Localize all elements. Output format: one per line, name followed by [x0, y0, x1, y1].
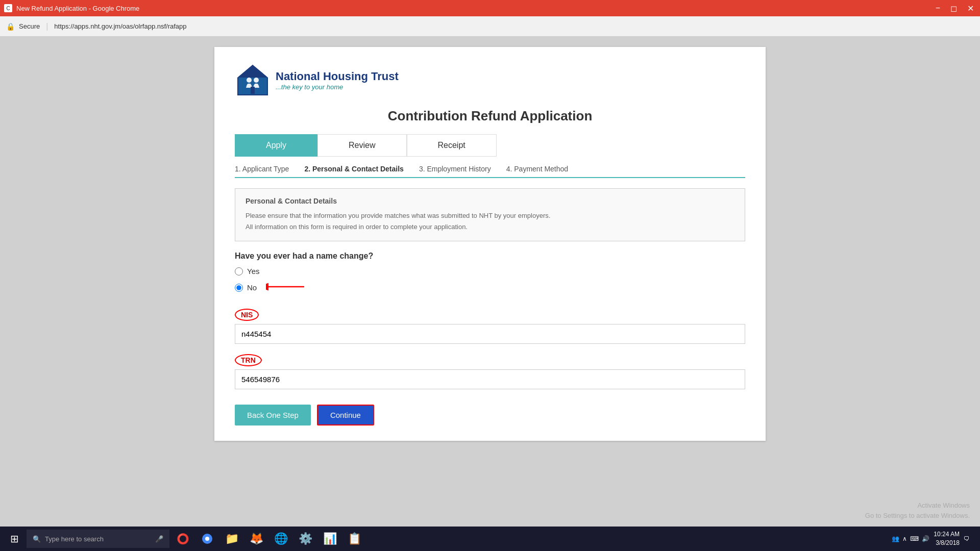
window-controls[interactable]: − ◻ ✕: [934, 4, 976, 13]
section-divider: [235, 177, 745, 178]
search-placeholder: Type here to search: [45, 535, 104, 543]
nis-circle-label: NIS: [235, 309, 259, 321]
logo-title: National Housing Trust: [276, 70, 399, 83]
steps-container: 1. Applicant Type 2. Personal & Contact …: [235, 165, 745, 173]
trn-circle-label: TRN: [235, 354, 262, 366]
svg-point-8: [247, 78, 252, 83]
date-display: 3/8/2018: [934, 539, 960, 547]
step-4[interactable]: 4. Payment Method: [506, 165, 568, 173]
taskbar-search-bar[interactable]: 🔍 Type here to search 🎤: [27, 530, 169, 548]
section-info-line2: All information on this form is required…: [246, 221, 734, 233]
activate-windows-text: Activate Windows Go to Settings to activ…: [865, 500, 970, 520]
taskbar-icons: 👥 ∧ ⌨ 🔊: [892, 535, 929, 542]
title-bar: C New Refund Application - Google Chrome…: [0, 0, 980, 16]
lock-icon: 🔒: [6, 22, 15, 31]
activate-line2: Go to Settings to activate Windows.: [865, 511, 970, 521]
tab-review[interactable]: Review: [317, 134, 406, 157]
close-button[interactable]: ✕: [965, 4, 976, 13]
taskbar-app-excel[interactable]: 📊: [318, 528, 341, 550]
section-title: Personal & Contact Details: [246, 197, 734, 205]
secure-label: Secure: [19, 22, 40, 30]
radio-no[interactable]: [235, 284, 243, 292]
taskbar-app-explorer[interactable]: 📁: [220, 528, 243, 550]
logo-subtitle: ...the key to your home: [276, 83, 399, 91]
browser-content: National Housing Trust ...the key to you…: [0, 37, 980, 527]
search-icon: 🔍: [33, 535, 41, 543]
taskbar: ⊞ 🔍 Type here to search 🎤 ⭕ 📁 🦊 🌐 ⚙️ 📊 📋…: [0, 527, 980, 551]
tab-receipt[interactable]: Receipt: [407, 134, 497, 157]
tabs-container: Apply Review Receipt: [235, 134, 745, 157]
radio-yes[interactable]: [235, 267, 243, 276]
nis-label-wrapper: NIS: [235, 304, 745, 324]
url-display[interactable]: https://apps.nht.gov.jm/oas/olrfapp.nsf/…: [54, 22, 186, 30]
address-bar: 🔒 Secure | https://apps.nht.gov.jm/oas/o…: [0, 16, 980, 37]
people-icon: 👥: [892, 535, 899, 542]
browser-icon: C: [4, 4, 12, 12]
taskbar-app-firefox[interactable]: 🦊: [245, 528, 267, 550]
name-change-radio-group: Yes No: [235, 267, 745, 295]
speaker-icon: 🔊: [922, 535, 929, 542]
restore-button[interactable]: ◻: [948, 4, 959, 13]
taskbar-app-extra[interactable]: 📋: [343, 528, 365, 550]
arrow-annotation: [266, 280, 307, 295]
window-title: New Refund Application - Google Chrome: [16, 5, 139, 12]
radio-yes-row: Yes: [235, 267, 745, 276]
nis-input[interactable]: [235, 324, 745, 344]
taskbar-app-chrome[interactable]: [196, 528, 218, 550]
button-row: Back One Step Continue: [235, 405, 745, 425]
svg-rect-10: [251, 87, 255, 94]
back-button[interactable]: Back One Step: [235, 405, 311, 425]
chevron-icon[interactable]: ∧: [902, 535, 907, 542]
logo-text: National Housing Trust ...the key to you…: [276, 70, 399, 91]
logo-area: National Housing Trust ...the key to you…: [235, 62, 745, 98]
keyboard-icon: ⌨: [910, 535, 919, 542]
svg-point-14: [205, 537, 209, 541]
mic-icon: 🎤: [155, 535, 163, 543]
tab-apply[interactable]: Apply: [235, 134, 317, 157]
start-button[interactable]: ⊞: [4, 529, 24, 549]
notification-icon[interactable]: 🗨: [964, 535, 970, 542]
svg-point-9: [254, 78, 259, 83]
main-card: National Housing Trust ...the key to you…: [214, 47, 766, 441]
time-display: 10:24 AM: [934, 530, 960, 539]
radio-no-label: No: [247, 283, 257, 292]
taskbar-time: 10:24 AM 3/8/2018: [934, 530, 960, 547]
nht-logo-icon: [235, 62, 271, 98]
trn-input[interactable]: [235, 369, 745, 389]
trn-label-wrapper: TRN: [235, 349, 745, 369]
activate-line1: Activate Windows: [865, 500, 970, 511]
svg-marker-7: [238, 66, 267, 78]
minimize-button[interactable]: −: [934, 4, 942, 13]
address-separator: |: [46, 22, 48, 31]
taskbar-app-ie[interactable]: 🌐: [270, 528, 292, 550]
section-box: Personal & Contact Details Please ensure…: [235, 188, 745, 241]
taskbar-app-settings[interactable]: ⚙️: [294, 528, 316, 550]
taskbar-app-cortana[interactable]: ⭕: [172, 528, 194, 550]
step-1[interactable]: 1. Applicant Type: [235, 165, 289, 173]
radio-no-row: No: [235, 280, 745, 295]
continue-button[interactable]: Continue: [317, 405, 374, 425]
name-change-question: Have you ever had a name change?: [235, 252, 745, 261]
page-title: Contribution Refund Application: [235, 108, 745, 124]
step-3[interactable]: 3. Employment History: [419, 165, 491, 173]
radio-yes-label: Yes: [247, 267, 259, 276]
taskbar-right: 👥 ∧ ⌨ 🔊 10:24 AM 3/8/2018 🗨: [892, 530, 976, 547]
step-2[interactable]: 2. Personal & Contact Details: [304, 165, 404, 173]
section-info-line1: Please ensure that the information you p…: [246, 210, 734, 221]
